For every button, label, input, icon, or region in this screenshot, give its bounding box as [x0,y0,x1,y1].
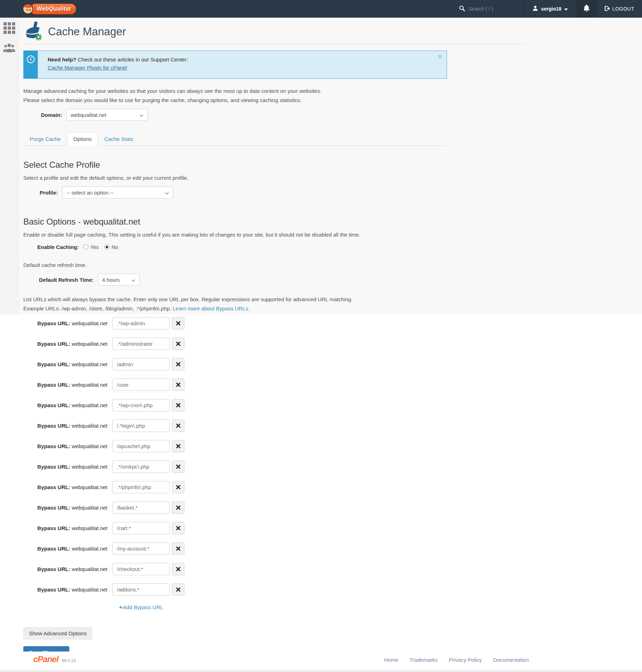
delete-bypass-url-button[interactable] [172,481,184,493]
callout-accent-bar: i [24,51,38,78]
tab-cache-stats[interactable]: Cache Stats [98,132,140,146]
delete-bypass-url-button[interactable] [172,440,184,452]
bypass-url-input[interactable] [112,317,170,329]
bypass-row-label: Bypass URL: [37,484,70,490]
enable-caching-no-option[interactable]: No [104,244,118,250]
delete-bypass-url-button[interactable] [172,420,184,432]
x-icon [176,526,181,530]
x-icon [176,341,181,346]
bypass-description: List URLs which will always bypass the c… [23,296,525,302]
logout-icon [604,6,610,12]
radio-unchecked-icon[interactable] [83,244,88,250]
bypass-row-label: Bypass URL: [37,505,70,511]
x-icon [176,485,181,489]
delete-bypass-url-button[interactable] [172,460,184,473]
bypass-url-input[interactable] [112,440,170,452]
users-group-icon[interactable] [3,43,16,54]
bypass-row-domain: webqualitat.net [72,505,107,511]
bypass-row-domain: webqualitat.net [72,546,107,552]
show-advanced-options-button[interactable]: Show Advanced Options [23,627,92,640]
bypass-url-input[interactable] [112,460,170,473]
x-icon [176,505,181,510]
bypass-url-row: Bypass URL: webqualitat.net [23,583,525,596]
bypass-row-domain: webqualitat.net [72,484,107,490]
chevron-down-icon [564,6,568,12]
x-icon [176,321,181,326]
domain-select-value: webqualitat.net [71,112,106,118]
cache-manager-brush-icon [23,22,42,42]
logout-button[interactable]: LOGOUT [597,0,642,18]
bypass-url-input[interactable] [112,501,170,514]
main-content: Cache Manager i Need help? Check out the… [23,18,525,659]
bypass-url-input[interactable] [112,379,170,391]
add-bypass-url-link[interactable]: +Add Bypass URL [119,604,163,610]
bypass-row-domain: webqualitat.net [72,382,107,388]
profile-select-value: -- select an option -- [66,190,113,196]
bypass-url-input[interactable] [112,338,170,350]
bell-icon [583,4,590,13]
bypass-url-row: Bypass URL: webqualitat.net [23,338,525,350]
delete-bypass-url-button[interactable] [172,583,184,596]
x-icon [176,464,181,469]
apps-grid-icon[interactable] [4,22,15,35]
support-article-link[interactable]: Cache Manager Plugin for cPanel [48,65,127,71]
footer-link-home[interactable]: Home [384,657,398,663]
search-input[interactable] [469,6,507,12]
bypass-url-input[interactable] [112,563,170,575]
enable-caching-yes-option[interactable]: Yes [83,244,99,250]
bypass-url-input[interactable] [112,522,170,534]
bypass-url-input[interactable] [112,420,170,432]
tab-purge-cache[interactable]: Purge Cache [23,132,67,146]
delete-bypass-url-button[interactable] [172,379,184,391]
bypass-url-input[interactable] [112,583,170,596]
bypass-url-row: Bypass URL: webqualitat.net [23,501,525,514]
bypass-url-row: Bypass URL: webqualitat.net [23,317,525,329]
bypass-url-row: Bypass URL: webqualitat.net [23,420,525,432]
bypass-url-row: Bypass URL: webqualitat.net [23,358,525,370]
bypass-url-row: Bypass URL: webqualitat.net [23,542,525,555]
bypass-row-label: Bypass URL: [37,566,70,572]
title-divider [23,44,525,44]
x-icon [176,382,181,387]
brand-logo[interactable]: WebQualitat [23,2,77,15]
x-icon [176,362,181,367]
footer-link-documentation[interactable]: Documentation [493,657,529,663]
bypass-learn-more-link[interactable]: Learn more about Bypass URLs. [173,305,250,311]
add-bypass-url-label: Add Bypass URL [123,604,163,610]
footer-link-trademarks[interactable]: Trademarks [410,657,437,663]
delete-bypass-url-button[interactable] [172,563,184,575]
bypass-row-domain: webqualitat.net [72,464,107,470]
radio-checked-icon[interactable] [104,244,110,250]
delete-bypass-url-button[interactable] [172,317,184,329]
cpanel-logo: cPanel [33,654,58,664]
bypass-row-label: Bypass URL: [37,382,70,388]
delete-bypass-url-button[interactable] [172,338,184,350]
bypass-row-domain: webqualitat.net [72,402,107,408]
add-bypass-row: +Add Bypass URL [60,604,222,611]
bypass-row-label: Bypass URL: [37,341,70,347]
footer-bottom-strip [0,670,642,672]
callout-close-button[interactable]: X [438,53,442,59]
profile-select[interactable]: -- select an option -- [62,186,173,198]
delete-bypass-url-button[interactable] [172,399,184,411]
bypass-url-row: Bypass URL: webqualitat.net [23,440,525,452]
user-menu[interactable]: sergio18 [524,0,576,18]
notifications-button[interactable] [576,0,597,18]
bypass-url-row: Bypass URL: webqualitat.net [23,522,525,534]
bypass-url-input[interactable] [112,399,170,411]
delete-bypass-url-button[interactable] [172,542,184,555]
domain-select[interactable]: webqualitat.net [66,109,148,121]
delete-bypass-url-button[interactable] [172,522,184,534]
profile-section-heading: Select Cache Profile [23,160,525,170]
bypass-row-label: Bypass URL: [37,464,70,470]
bypass-url-input[interactable] [112,481,170,493]
bypass-url-input[interactable] [112,358,170,370]
footer-link-privacy-policy[interactable]: Privacy Policy [449,657,482,663]
tab-options[interactable]: Options [67,132,98,146]
delete-bypass-url-button[interactable] [172,358,184,370]
left-sidebar [0,18,19,314]
bypass-row-label: Bypass URL: [37,423,70,429]
bypass-url-input[interactable] [112,542,170,555]
delete-bypass-url-button[interactable] [172,501,184,514]
refresh-time-select[interactable]: 4 hours [98,274,140,286]
